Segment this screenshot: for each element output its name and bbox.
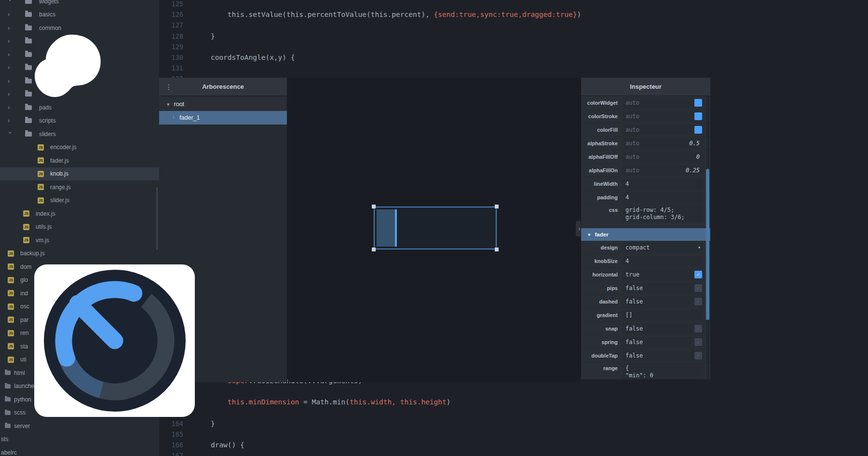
checkbox[interactable]: ✓ xyxy=(694,352,702,359)
file-tree-item[interactable]: › JS pads xyxy=(0,101,159,114)
file-label: fader.js xyxy=(50,157,69,164)
tree-item-root[interactable]: ▾ root xyxy=(159,97,287,111)
property-value: false xyxy=(625,339,643,345)
color-swatch[interactable] xyxy=(694,112,702,120)
file-tree-item[interactable]: › JS scripts xyxy=(0,114,159,128)
property-value: 4 xyxy=(625,180,629,187)
file-tree-item[interactable]: › JS range.js xyxy=(0,180,159,194)
code-text: } xyxy=(194,418,215,429)
property-field[interactable]: 4 ✓ ▾ xyxy=(623,179,704,189)
property-label: colorFill xyxy=(581,127,623,133)
file-label: knob.js xyxy=(50,170,68,177)
property-value-line2: grid-column: 3/6; xyxy=(625,214,685,221)
property-value: false xyxy=(625,285,643,291)
folder-icon xyxy=(25,0,32,4)
folder-icon-small xyxy=(5,397,11,401)
code-text: draw() { xyxy=(194,440,244,450)
folder-icon-small xyxy=(5,411,11,415)
file-tree-item[interactable]: › JS basics xyxy=(0,8,159,22)
fader-knob[interactable] xyxy=(395,209,397,247)
property-field[interactable]: 4 ✓ ▾ xyxy=(623,256,704,266)
widget-canvas[interactable] xyxy=(288,78,581,382)
chevron-down-icon: ▾ xyxy=(588,232,591,238)
file-tree-item[interactable]: › JS sts xyxy=(0,433,159,446)
inspector-section-fader[interactable]: ▾ fader xyxy=(581,228,710,241)
file-tree-item[interactable]: › JS common xyxy=(0,21,159,35)
folder-icon xyxy=(25,79,32,83)
inspector-row: spring false ✓ ▾ xyxy=(581,335,710,349)
inspector-row: horizontal true ✓ ▾ xyxy=(581,268,710,281)
file-tree-item[interactable]: › JS backup.js xyxy=(0,247,159,261)
inspector-row: colorStroke auto ✓ ▾ xyxy=(581,110,710,123)
js-file-icon: JS xyxy=(23,237,29,243)
file-tree-item[interactable]: › JS server xyxy=(0,419,159,433)
js-file-icon: JS xyxy=(38,197,44,204)
property-label: pips xyxy=(581,285,623,291)
file-tree-item[interactable]: › JS abelrc xyxy=(0,446,159,456)
fader-widget[interactable] xyxy=(374,207,497,249)
property-field[interactable]: false ✓ ▾ xyxy=(623,350,704,361)
property-field[interactable]: auto 0 ✓ ▾ xyxy=(623,152,704,162)
property-value: auto xyxy=(625,167,639,174)
property-field[interactable]: false ✓ ▾ xyxy=(623,323,704,334)
property-value-line2: "min": 0 xyxy=(625,372,653,379)
blob-shape xyxy=(34,34,101,97)
file-tree-item[interactable]: › JS encoder.js xyxy=(0,141,159,154)
property-field[interactable]: false ✓ ▾ xyxy=(623,296,704,307)
property-field[interactable]: true ✓ ▾ xyxy=(623,269,704,280)
tree-panel-header: ⋮ Arborescence xyxy=(159,78,287,96)
file-tree-item[interactable]: › JS slider.js xyxy=(0,194,159,207)
checkbox[interactable]: ✓ xyxy=(694,338,702,346)
property-value: false xyxy=(625,325,643,332)
kebab-menu-icon[interactable]: ⋮ xyxy=(165,83,172,91)
file-tree-item[interactable]: › JS utils.js xyxy=(0,221,159,234)
property-field[interactable]: auto ✓ ▾ xyxy=(623,111,704,122)
file-tree-item[interactable]: › JS index.js xyxy=(0,207,159,221)
property-label: css xyxy=(581,205,623,213)
property-field[interactable]: 4 ✓ ▾ xyxy=(623,192,704,203)
file-tree-item[interactable]: › JS sliders xyxy=(0,127,159,141)
selection-handle[interactable] xyxy=(495,205,499,208)
inspector-row: dashed false ✓ ▾ xyxy=(581,295,710,308)
inspector-row: range { "min": 0 ✓ ▾ xyxy=(581,362,710,379)
line-number: 166 xyxy=(162,440,183,450)
property-field[interactable]: false ✓ ▾ xyxy=(623,337,704,347)
computed-value: 0 xyxy=(696,153,700,160)
property-label: dashed xyxy=(581,299,623,304)
color-swatch[interactable] xyxy=(694,126,702,134)
property-field[interactable]: compact ✓ ▾ xyxy=(623,242,704,253)
file-tree-item[interactable]: › JS knob.js xyxy=(0,167,159,181)
js-file-icon: JS xyxy=(8,263,14,270)
checkbox[interactable]: ✓ xyxy=(694,271,702,278)
property-field[interactable]: auto 0.25 ✓ ▾ xyxy=(623,165,704,176)
property-field[interactable]: [] ✓ ▾ xyxy=(623,310,704,320)
file-tree-item[interactable]: › JS vm.js xyxy=(0,234,159,247)
selection-handle[interactable] xyxy=(372,248,376,251)
checkbox[interactable]: ✓ xyxy=(694,325,702,332)
checkbox[interactable]: ✓ xyxy=(694,298,702,305)
property-label: padding xyxy=(581,194,623,200)
tree-child-label: fader_1 xyxy=(179,114,200,121)
property-field[interactable]: auto ✓ ▾ xyxy=(623,124,704,135)
line-number: 131 xyxy=(162,63,183,73)
selection-handle[interactable] xyxy=(372,205,376,208)
tree-item-fader[interactable]: └ fader_1 xyxy=(159,111,287,124)
line-number: 130 xyxy=(162,52,183,63)
sidebar-scrollbar[interactable] xyxy=(156,187,158,250)
file-tree-item[interactable]: › JS fader.js xyxy=(0,154,159,167)
file-label: par xyxy=(20,317,28,323)
file-tree-item[interactable]: › JS widgets xyxy=(0,0,159,8)
line-number: 126 xyxy=(162,9,183,20)
file-label: uti xyxy=(20,356,27,363)
property-field[interactable]: auto 0.5 ✓ ▾ xyxy=(623,138,704,149)
scrollbar-thumb[interactable] xyxy=(706,169,709,320)
selection-handle[interactable] xyxy=(495,248,499,251)
property-field[interactable]: grid-row: 4/5; grid-column: 3/6; ✓ ▾ xyxy=(623,205,704,222)
color-swatch[interactable] xyxy=(694,99,702,107)
property-field[interactable]: { "min": 0 ✓ ▾ xyxy=(623,363,704,379)
js-file-icon: JS xyxy=(8,290,14,296)
property-field[interactable]: false ✓ ▾ xyxy=(623,283,704,293)
property-label: range xyxy=(581,363,623,371)
property-field[interactable]: auto ✓ ▾ xyxy=(623,97,704,108)
checkbox[interactable]: ✓ xyxy=(694,284,702,292)
